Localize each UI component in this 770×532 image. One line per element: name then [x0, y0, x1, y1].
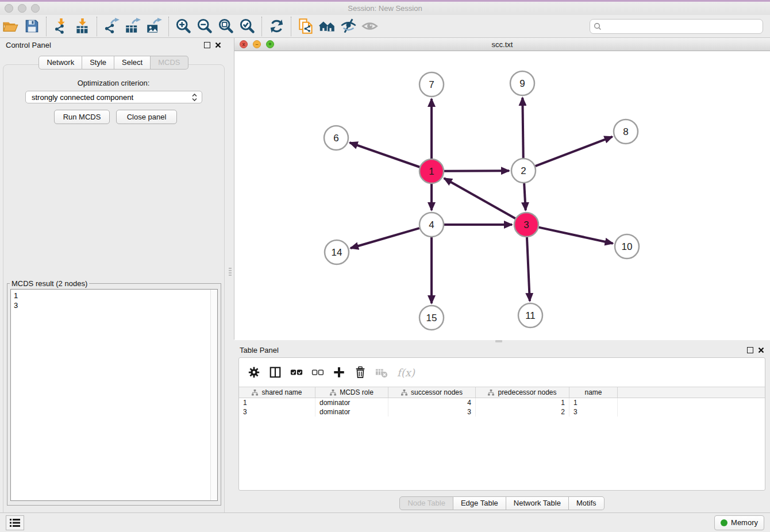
table-cell[interactable]: 3 [569, 407, 618, 417]
toolbar-separator [291, 17, 292, 36]
open-file-icon[interactable] [0, 16, 21, 37]
network-graph: 1234678910111415 [234, 51, 769, 340]
table-cell[interactable]: 2 [476, 407, 569, 417]
import-network-icon[interactable] [51, 16, 72, 37]
search-icon [594, 22, 602, 30]
graph-edge-2-9[interactable] [522, 98, 523, 158]
zoom-in-icon[interactable] [173, 16, 194, 37]
tab-network-table[interactable]: Network Table [506, 496, 569, 510]
vertical-splitter[interactable] [227, 38, 234, 512]
table-cell[interactable]: dominator [315, 407, 388, 417]
export-image-icon[interactable] [144, 16, 165, 37]
network-canvas[interactable]: 1234678910111415 [234, 51, 770, 340]
toolbar-separator [46, 17, 47, 36]
control-panel-header: Control Panel [0, 38, 227, 52]
import-table-icon[interactable] [72, 16, 93, 37]
tab-style[interactable]: Style [82, 56, 114, 70]
tab-mcds[interactable]: MCDS [151, 56, 188, 70]
table-row[interactable]: 3dominator323 [239, 407, 765, 417]
function-builder-icon: f(x) [395, 367, 415, 379]
close-panel-icon[interactable] [758, 347, 764, 353]
save-session-icon[interactable] [21, 16, 43, 37]
run-mcds-button[interactable]: Run MCDS [54, 110, 110, 124]
refresh-layout-icon[interactable] [266, 16, 287, 37]
tab-motifs[interactable]: Motifs [569, 496, 605, 510]
column-header-successor-nodes[interactable]: successor nodes [388, 387, 476, 398]
table-cell[interactable]: 3 [388, 407, 476, 417]
column-header-MCDS-role[interactable]: MCDS role [315, 387, 388, 398]
graph-node-label: 3 [523, 219, 529, 230]
table-cell[interactable]: 1 [569, 398, 618, 407]
mcds-result-text[interactable]: 13 [10, 289, 218, 501]
graph-edge-3-11[interactable] [527, 237, 530, 301]
window-titlebar[interactable]: Session: New Session [0, 2, 770, 15]
tab-edge-table[interactable]: Edge Table [453, 496, 506, 510]
column-header-predecessor-nodes[interactable]: predecessor nodes [476, 387, 569, 398]
search-input[interactable] [602, 21, 759, 31]
application-window: Session: New Session [0, 0, 770, 532]
table-cell[interactable]: 1 [476, 398, 569, 407]
float-panel-icon[interactable] [747, 347, 753, 353]
close-panel-icon[interactable] [215, 42, 221, 48]
split-panel-icon[interactable] [267, 364, 283, 380]
graph-edge-1-2[interactable] [444, 171, 509, 171]
deselect-all-icon[interactable] [310, 364, 326, 380]
table-cell[interactable]: dominator [315, 398, 388, 407]
zoom-fit-icon[interactable] [215, 16, 237, 37]
table-cell[interactable]: 3 [239, 407, 315, 417]
graph-edge-2-3[interactable] [524, 183, 526, 210]
graph-edge-2-8[interactable] [536, 137, 613, 166]
table-row[interactable]: 1dominator411 [239, 398, 765, 407]
add-column-icon[interactable] [331, 364, 347, 380]
export-table-icon[interactable] [122, 16, 144, 37]
splitter-grip[interactable] [229, 268, 232, 276]
graph-node-label: 7 [429, 79, 434, 90]
zoom-selected-icon[interactable] [237, 16, 258, 37]
clone-network-icon[interactable] [295, 16, 317, 37]
table-header-row: shared nameMCDS rolesuccessor nodesprede… [239, 387, 765, 398]
column-header-name[interactable]: name [569, 387, 618, 398]
task-history-button[interactable] [6, 515, 24, 530]
network-view-window: x – + scc.txt 1234678910111415 [234, 38, 770, 340]
mcds-result-line: 3 [14, 300, 214, 310]
network-view-titlebar[interactable]: x – + scc.txt [234, 38, 770, 51]
tab-network[interactable]: Network [38, 56, 82, 70]
criterion-select[interactable]: strongly connected component [25, 91, 202, 103]
zoom-out-icon[interactable] [194, 16, 215, 37]
gear-icon[interactable] [246, 364, 262, 380]
graph-node-label: 6 [333, 133, 338, 144]
splitter-grip[interactable] [495, 340, 502, 342]
graph-node-label: 15 [426, 313, 437, 323]
graph-edge-3-10[interactable] [538, 228, 613, 244]
home-neighbors-icon[interactable] [317, 16, 338, 37]
graph-node-label: 10 [622, 241, 633, 252]
column-header-shared-name[interactable]: shared name [239, 387, 315, 398]
eye-icon[interactable] [359, 16, 380, 37]
search-box[interactable] [590, 19, 763, 34]
graph-edge-3-1[interactable] [444, 178, 515, 218]
select-all-icon[interactable] [288, 364, 305, 380]
graph-node-label: 8 [623, 126, 628, 137]
tab-node-table[interactable]: Node Table [399, 496, 453, 510]
mcds-result-scrollbar[interactable] [210, 290, 217, 500]
control-panel-tabs: NetworkStyleSelectMCDS [0, 56, 227, 70]
delete-table-icon [374, 364, 390, 380]
hierarchy-icon [330, 390, 336, 396]
table-panel-header: Table Panel [234, 343, 770, 357]
memory-label: Memory [731, 518, 758, 527]
close-panel-button[interactable]: Close panel [116, 110, 177, 124]
table-cell[interactable]: 4 [388, 398, 476, 407]
tab-select[interactable]: Select [114, 56, 151, 70]
graph-edge-4-14[interactable] [351, 228, 419, 248]
network-view-title: scc.txt [234, 40, 770, 49]
graphics-details-icon[interactable] [338, 16, 359, 37]
graph-node-label: 11 [525, 310, 536, 321]
table-cell[interactable]: 1 [239, 398, 315, 407]
graph-node-label: 2 [521, 165, 526, 176]
delete-column-icon[interactable] [352, 364, 368, 380]
export-network-icon[interactable] [101, 16, 122, 37]
float-panel-icon[interactable] [204, 42, 210, 48]
memory-button[interactable]: Memory [714, 515, 764, 530]
window-title: Session: New Session [0, 4, 770, 13]
graph-edge-1-6[interactable] [350, 142, 420, 167]
